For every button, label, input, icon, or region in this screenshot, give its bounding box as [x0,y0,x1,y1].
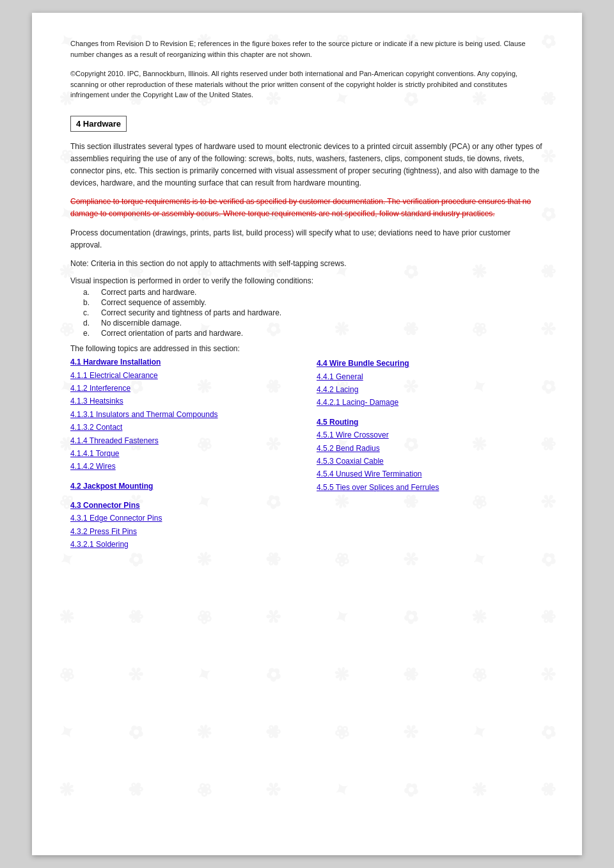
toc-link-left-14[interactable]: 4.3.2 Press Fit Pins [70,525,297,538]
section-para2: Process documentation (drawings, prints,… [70,227,544,251]
toc-link-left-0[interactable]: 4.1 Hardware Installation [70,356,297,368]
toc-link-right-7[interactable]: 4.5.2 Bend Radius [317,442,544,455]
toc-link-right-2[interactable]: 4.4.2 Lacing [317,383,544,396]
toc-link-right-5[interactable]: 4.5 Routing [317,416,544,429]
list-item-e: e. Correct orientation of parts and hard… [70,329,544,338]
visual-intro: Visual inspection is performed in order … [70,276,544,285]
list-item-c: c. Correct security and tightness of par… [70,308,544,317]
toc-left-links: 4.1 Hardware Installation4.1.1 Electrica… [70,356,297,551]
toc-spacer-left-11 [70,493,297,499]
toc-link-left-1[interactable]: 4.1.1 Electrical Clearance [70,369,297,382]
toc-link-left-6[interactable]: 4.1.4 Threaded Fasteners [70,434,297,447]
list-text-c: Correct security and tightness of parts … [101,308,281,317]
toc-link-left-15[interactable]: 4.3.2.1 Soldering [70,538,297,551]
visual-inspection-section: Visual inspection is performed in order … [70,276,544,338]
list-label-d: d. [83,319,96,327]
list-text-a: Correct parts and hardware. [101,288,196,297]
toc-link-left-3[interactable]: 4.1.3 Heatsinks [70,395,297,407]
list-text-d: No discernible damage. [101,319,182,327]
strikethrough-text: Compliance to torque requirements is to … [70,196,544,220]
toc-link-left-8[interactable]: 4.1.4.2 Wires [70,460,297,473]
list-text-b: Correct sequence of assembly. [101,298,207,307]
toc-link-right-6[interactable]: 4.5.1 Wire Crossover [317,429,544,441]
revision-note: Changes from Revision D to Revision E; r… [70,38,544,59]
toc-intro: The following topics are addressed in th… [70,344,297,353]
toc-link-right-9[interactable]: 4.5.4 Unused Wire Termination [317,468,544,480]
list-label-e: e. [83,329,96,338]
toc-link-left-7[interactable]: 4.1.4.1 Torque [70,447,297,460]
list-item-b: b. Correct sequence of assembly. [70,298,544,307]
toc-link-left-13[interactable]: 4.3.1 Edge Connector Pins [70,512,297,525]
note-text: Note: Criteria in this section do not ap… [70,258,544,270]
toc-link-right-10[interactable]: 4.5.5 Ties over Splices and Ferrules [317,481,544,494]
list-item-a: a. Correct parts and hardware. [70,288,544,297]
toc-link-left-4[interactable]: 4.1.3.1 Insulators and Thermal Compounds [70,408,297,421]
section-title: 4 Hardware [70,116,127,132]
list-text-e: Correct orientation of parts and hardwar… [101,329,243,338]
toc-link-left-12[interactable]: 4.3 Connector Pins [70,499,297,512]
toc-spacer-left-9 [70,473,297,480]
toc-link-right-3[interactable]: 4.4.2.1 Lacing- Damage [317,396,544,409]
toc-spacer-right-4 [317,409,544,416]
toc-left-column: The following topics are addressed in th… [70,344,310,551]
toc-right-column: 4.4 Wire Bundle Securing4.4.1 General4.4… [310,344,544,551]
list-label-b: b. [83,298,96,307]
toc-link-right-1[interactable]: 4.4.1 General [317,370,544,383]
section-header: 4 Hardware [70,116,544,141]
toc-link-left-2[interactable]: 4.1.2 Interference [70,382,297,395]
list-item-d: d. No discernible damage. [70,319,544,327]
toc-right-links: 4.4 Wire Bundle Securing4.4.1 General4.4… [317,344,544,494]
copyright-text: ©Copyright 2010. IPC, Bannockburn, Illin… [70,68,544,100]
toc-container: The following topics are addressed in th… [70,344,544,551]
toc-link-right-0[interactable]: 4.4 Wire Bundle Securing [317,357,544,370]
list-label-a: a. [83,288,96,297]
section-para1: This section illustrates several types o… [70,141,544,190]
toc-link-left-5[interactable]: 4.1.3.2 Contact [70,421,297,434]
toc-link-left-10[interactable]: 4.2 Jackpost Mounting [70,480,297,493]
document-page: ✦✿❋✾❀✻✦✿❋✾❀✻✦✿❋✾❀✻✦✿❋✾❀✻✦✿❋✾❀✻✦✿❋✾❀✻✦✿❋✾… [32,13,582,855]
toc-link-right-8[interactable]: 4.5.3 Coaxial Cable [317,455,544,468]
list-label-c: c. [83,308,96,317]
